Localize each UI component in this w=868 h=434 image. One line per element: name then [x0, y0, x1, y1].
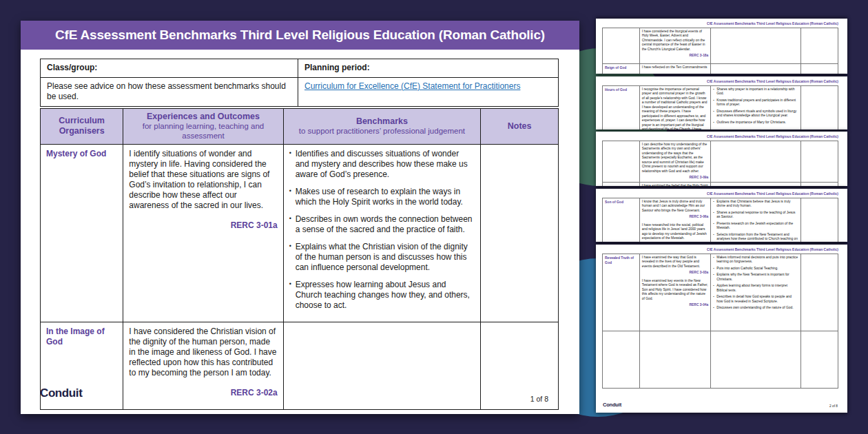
organiser-cell	[603, 28, 640, 64]
preview-strip-5[interactable]: CfE Assessment Benchmarks Third Level Re…	[596, 245, 847, 413]
experience-text: I have considered the liturgical events …	[642, 30, 709, 52]
rerc-code: RERC 3-09a	[642, 176, 709, 180]
organiser-cell: Revealed Truth of God	[603, 254, 640, 331]
page-number: 1 of 8	[530, 395, 548, 403]
benchmark-item: Identifies and discusses situations of w…	[289, 149, 475, 180]
header-experiences-sub: for planning learning, teaching and asse…	[127, 122, 278, 141]
experience-cell: I recognise the importance of personal p…	[639, 86, 711, 130]
benchmarks-cell: Identifies and discusses situations of w…	[283, 144, 481, 322]
header-benchmarks: Benchmarks to support practitioners’ pro…	[283, 109, 481, 145]
preview-header: CfE Assessment Benchmarks Third Level Re…	[596, 19, 847, 28]
experience-cell: I can describe how my understanding of t…	[639, 141, 711, 183]
preview-footer: Conduit 2 of 8	[603, 402, 838, 408]
experience-text: I identify situations of wonder and myst…	[129, 149, 277, 211]
document-title: CfE Assessment Benchmarks Third Level Re…	[55, 28, 545, 43]
preview-header: CfE Assessment Benchmarks Third Level Re…	[596, 189, 847, 198]
preview-header: CfE Assessment Benchmarks Third Level Re…	[596, 245, 847, 254]
benchmark-item: Applies learning about literary forms to…	[713, 284, 798, 293]
benchmark-item: Selects information from the New Testame…	[713, 233, 798, 242]
benchmark-item: Expresses how learning about Jesus and C…	[289, 280, 475, 311]
benchmark-item: Makes use of research to explain the way…	[289, 187, 475, 207]
header-notes: Notes	[481, 109, 559, 145]
benchmark-item: Makes informed moral decisions and puts …	[713, 256, 798, 265]
preview-header: CfE Assessment Benchmarks Third Level Re…	[596, 132, 847, 141]
notes-cell	[801, 254, 838, 331]
experience-text: I have researched into the social, polit…	[642, 223, 709, 241]
experience-cell: I have examined the way that God is reve…	[639, 254, 711, 331]
info-box: Class/group: Planning period: Please see…	[40, 59, 559, 107]
notes-cell	[801, 182, 838, 186]
notes-cell	[801, 28, 838, 64]
preview-table: I can describe how my understanding of t…	[602, 141, 838, 186]
organiser-cell	[603, 141, 640, 183]
preview-header: CfE Assessment Benchmarks Third Level Re…	[596, 76, 847, 85]
experience-text: I have examined the way that God is reve…	[642, 256, 709, 269]
notes-cell	[801, 86, 838, 130]
experience-cell: I have explored the belief that the Holy…	[639, 182, 711, 186]
organiser-cell	[603, 331, 640, 389]
preview-table: Hours of God I recognise the importance …	[602, 85, 838, 130]
notes-cell	[481, 144, 559, 322]
benchmark-item: Puts into action Catholic Social Teachin…	[713, 267, 798, 271]
rerc-code: RERC 3-02a	[129, 388, 277, 398]
benchmark-item: Shares a personal response to the teachi…	[713, 211, 798, 220]
practitioners-statement-link[interactable]: Curriculum for Excellence (CfE) Statemen…	[304, 81, 520, 91]
page-number: 2 of 8	[829, 404, 838, 408]
table-row: I have explored the belief that the Holy…	[603, 182, 838, 186]
notes-cell	[801, 198, 838, 242]
experience-cell: I know that Jesus is truly divine and tr…	[639, 198, 711, 242]
benchmark-item: Explains why the New Testament is import…	[713, 273, 798, 282]
preview-table: I have considered the liturgical events …	[602, 28, 838, 74]
organiser-cell	[603, 182, 640, 186]
organiser-cell: Hours of God	[603, 86, 640, 130]
benchmark-item: Outlines the importance of Mary for Chri…	[713, 121, 798, 125]
benchmark-item: Explains that Christians believe that Je…	[713, 200, 798, 209]
rerc-code: RERC 3-03a	[642, 271, 709, 275]
document-page-1: CfE Assessment Benchmarks Third Level Re…	[21, 21, 579, 414]
experience-text: I have examined key events in the New Te…	[642, 279, 709, 301]
rerc-code: RERC 3-01a	[129, 220, 277, 231]
benchmark-item: Knows traditional prayers and participat…	[713, 99, 798, 107]
rerc-code: RERC 3-18a	[642, 54, 709, 58]
preview-strip-2[interactable]: CfE Assessment Benchmarks Third Level Re…	[596, 76, 847, 130]
document-preview-screen: { "colors": { "background_navy": "#26234…	[0, 0, 868, 434]
benchmarks-cell	[711, 64, 801, 74]
benchmark-item: Presents research on the Jewish expectat…	[713, 222, 798, 231]
experience-cell: I have reflected on the Ten Commandments	[639, 64, 711, 74]
experience-cell: I identify situations of wonder and myst…	[123, 144, 283, 322]
planning-period-label: Planning period:	[298, 59, 558, 77]
preview-table: Revealed Truth of God I have examined th…	[602, 254, 838, 389]
rerc-code: RERC 3-04a	[642, 303, 709, 307]
table-row: Mystery of God I identify situations of …	[41, 144, 559, 322]
benchmarks-cell	[711, 28, 801, 64]
notes-cell	[801, 141, 838, 183]
organiser-cell: Son of God	[603, 198, 640, 242]
preview-table: Son of God I know that Jesus is truly di…	[602, 198, 838, 242]
header-experiences-title: Experiences and Outcomes	[127, 112, 278, 122]
benchmarks-table: Curriculum Organisers Experiences and Ou…	[40, 108, 559, 410]
table-row: I can describe how my understanding of t…	[603, 141, 838, 183]
table-row	[603, 331, 838, 389]
experience-cell: I have considered the liturgical events …	[639, 28, 711, 64]
notes-cell	[801, 331, 838, 389]
preview-strip-1[interactable]: CfE Assessment Benchmarks Third Level Re…	[596, 19, 847, 74]
table-row: I have considered the liturgical events …	[603, 28, 838, 64]
benchmark-item: Describes in own words the connection be…	[289, 214, 475, 235]
benchmarks-cell: Explains that Christians believe that Je…	[711, 198, 801, 242]
preview-strip-3[interactable]: CfE Assessment Benchmarks Third Level Re…	[596, 132, 847, 186]
benchmarks-cell	[711, 331, 801, 389]
benchmarks-cell	[283, 322, 481, 409]
header-benchmarks-title: Benchmarks	[288, 116, 477, 127]
benchmark-item: Shares why prayer is important in a rela…	[713, 87, 798, 96]
header-benchmarks-sub: to support practitioners’ professional j…	[288, 127, 477, 136]
conduit-logo: Conduit	[40, 386, 82, 400]
conduit-logo: Conduit	[603, 402, 621, 408]
rerc-code: RERC 3-06a	[642, 215, 709, 219]
experience-cell	[639, 331, 711, 389]
experience-cell: I have considered the Christian vision o…	[123, 322, 283, 409]
benchmark-item: Discusses own understanding of the natur…	[713, 306, 798, 310]
organiser-cell: Reign of God	[603, 64, 640, 74]
preview-strip-4[interactable]: CfE Assessment Benchmarks Third Level Re…	[596, 189, 847, 242]
table-row: Son of God I know that Jesus is truly di…	[603, 198, 838, 242]
benchmarks-cell: Makes informed moral decisions and puts …	[711, 254, 801, 331]
